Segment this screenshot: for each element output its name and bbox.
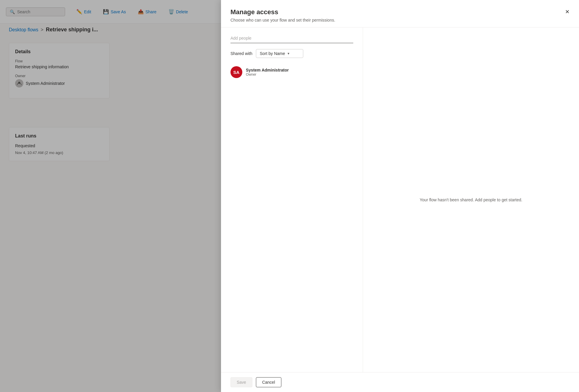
chevron-down-icon: ▾ [288, 51, 289, 56]
manage-access-modal: Manage access Choose who can use your fl… [221, 0, 579, 392]
modal-subtitle: Choose who can use your flow and set the… [230, 18, 570, 22]
modal-left-panel: Shared with Sort by Name ▾ SA System Adm… [221, 27, 363, 372]
modal-body: Shared with Sort by Name ▾ SA System Adm… [221, 27, 579, 372]
user-name: System Administrator [246, 68, 289, 72]
user-info: System Administrator Owner [246, 68, 289, 77]
save-button: Save [230, 377, 252, 387]
modal-title: Manage access [230, 8, 570, 16]
cancel-button[interactable]: Cancel [256, 377, 281, 387]
shared-with-row: Shared with Sort by Name ▾ [230, 49, 353, 58]
modal-footer: Save Cancel [221, 372, 579, 392]
user-avatar: SA [230, 66, 242, 78]
empty-state-text: Your flow hasn't been shared. Add people… [420, 197, 522, 202]
add-people-input[interactable] [230, 35, 353, 43]
sort-by-dropdown[interactable]: Sort by Name ▾ [256, 49, 303, 58]
shared-with-label: Shared with [230, 51, 252, 56]
modal-header: Manage access Choose who can use your fl… [221, 0, 579, 27]
shared-user-item: SA System Administrator Owner [230, 64, 353, 80]
sort-by-label: Sort by Name [260, 51, 285, 56]
modal-right-panel: Your flow hasn't been shared. Add people… [363, 27, 579, 372]
modal-close-button[interactable]: ✕ [562, 7, 572, 17]
user-initials: SA [233, 70, 240, 75]
user-role: Owner [246, 72, 289, 77]
